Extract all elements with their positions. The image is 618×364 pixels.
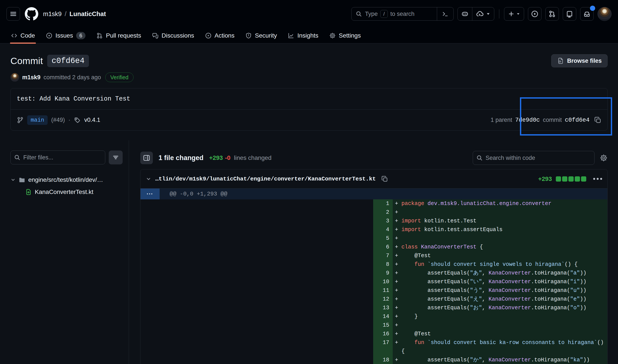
hunk-range-label: @@ -0,0 +1,293 @@ bbox=[160, 189, 227, 199]
code-token: KanaConverter bbox=[489, 286, 531, 295]
line-number[interactable]: 9 bbox=[373, 269, 393, 278]
line-number[interactable]: 18 bbox=[373, 356, 393, 364]
global-search[interactable]: Type / to search bbox=[351, 7, 453, 21]
line-number[interactable]: 11 bbox=[373, 286, 393, 295]
old-side-empty-cell bbox=[140, 234, 373, 243]
diff-file-panel: …tlin/dev/m1sk9/lunaticChat/engine/conve… bbox=[140, 169, 607, 364]
diff-marker: + bbox=[395, 330, 401, 338]
line-number[interactable]: 15 bbox=[373, 321, 393, 330]
code-token: fun bbox=[414, 260, 424, 269]
diff-line: 7+ @Test bbox=[140, 251, 607, 260]
search-within-code-input[interactable] bbox=[473, 151, 594, 165]
line-number[interactable]: 3 bbox=[373, 217, 393, 225]
hamburger-menu-button[interactable] bbox=[7, 7, 20, 21]
diff-file-path[interactable]: …tlin/dev/m1sk9/lunaticChat/engine/conve… bbox=[155, 176, 376, 182]
diff-line: 16+ @Test bbox=[140, 330, 607, 338]
diff-line: 12+ assertEquals("え", KanaConverter.toHi… bbox=[140, 295, 607, 304]
expand-hunk-button[interactable]: ••• bbox=[140, 189, 160, 199]
tree-file-row[interactable]: KanaConverterTest.kt bbox=[25, 186, 123, 198]
folder-icon bbox=[19, 177, 25, 183]
code-token: { bbox=[401, 347, 405, 356]
code-icon bbox=[11, 32, 17, 39]
branch-label[interactable]: main bbox=[27, 115, 48, 125]
code-token: KanaConverter bbox=[489, 356, 531, 364]
copy-path-icon[interactable] bbox=[381, 176, 388, 182]
line-number[interactable]: 7 bbox=[373, 251, 393, 260]
command-palette-button[interactable] bbox=[437, 7, 453, 20]
code-cell: +import kotlin.test.Test bbox=[393, 217, 607, 225]
code-token: "う" bbox=[470, 286, 482, 295]
diff-line: { bbox=[140, 347, 607, 356]
breadcrumb-repo[interactable]: LunaticChat bbox=[69, 11, 106, 18]
line-number[interactable]: 10 bbox=[373, 278, 393, 286]
breadcrumb-owner[interactable]: m1sk9 bbox=[43, 11, 62, 18]
collapse-sidebar-button[interactable] bbox=[140, 152, 153, 164]
files-changed-label: 1 file changed bbox=[159, 154, 204, 162]
diff-marker: + bbox=[395, 260, 401, 269]
diff-marker: + bbox=[395, 251, 401, 260]
github-logo-icon[interactable] bbox=[25, 7, 38, 21]
filter-files-input[interactable] bbox=[11, 151, 105, 164]
issues-header-button[interactable] bbox=[528, 7, 541, 21]
author-name[interactable]: m1sk9 bbox=[22, 74, 41, 81]
code-token: "え" bbox=[470, 295, 482, 304]
browse-files-button[interactable]: Browse files bbox=[551, 54, 607, 67]
line-number[interactable]: 5 bbox=[373, 234, 393, 243]
create-new-button[interactable] bbox=[504, 7, 524, 21]
line-number[interactable]: 12 bbox=[373, 295, 393, 304]
line-number[interactable]: 13 bbox=[373, 304, 393, 312]
copy-icon[interactable] bbox=[594, 117, 601, 124]
tag-icon bbox=[74, 117, 81, 124]
old-side-empty-cell bbox=[140, 208, 373, 217]
avatar[interactable] bbox=[598, 7, 611, 21]
code-cell: + @Test bbox=[393, 330, 607, 338]
diff-settings-gear-icon[interactable] bbox=[600, 154, 607, 162]
browse-files-label: Browse files bbox=[567, 58, 602, 64]
tab-actions[interactable]: Actions bbox=[201, 28, 239, 43]
line-number[interactable]: 16 bbox=[373, 330, 393, 338]
tab-pull-requests[interactable]: Pull requests bbox=[92, 28, 145, 43]
file-filter-button[interactable] bbox=[109, 151, 123, 164]
code-token: "e" bbox=[570, 295, 580, 304]
tab-issues[interactable]: Issues 6 bbox=[41, 28, 90, 43]
breadcrumb-separator: / bbox=[65, 11, 66, 18]
commit-sha-chip: c0fd6e4 bbox=[47, 55, 89, 67]
tab-code[interactable]: Code bbox=[7, 28, 39, 43]
saved-items-button[interactable] bbox=[563, 7, 576, 21]
kebab-menu-icon[interactable] bbox=[593, 178, 602, 180]
author-avatar[interactable] bbox=[11, 73, 19, 82]
tab-security[interactable]: Security bbox=[241, 28, 281, 43]
chevron-down-icon[interactable] bbox=[146, 176, 151, 182]
copilot-button[interactable] bbox=[458, 7, 472, 20]
line-number[interactable] bbox=[373, 347, 393, 356]
line-number[interactable]: 6 bbox=[373, 243, 393, 251]
code-token: .toHiragana( bbox=[531, 295, 570, 304]
line-number[interactable]: 17 bbox=[373, 338, 393, 347]
line-number[interactable]: 8 bbox=[373, 260, 393, 269]
code-cell: + @Test bbox=[393, 251, 607, 260]
pr-reference[interactable]: (#49) bbox=[51, 117, 65, 123]
tab-insights[interactable]: Insights bbox=[283, 28, 323, 43]
line-number[interactable]: 4 bbox=[373, 225, 393, 234]
tab-discussions[interactable]: Discussions bbox=[148, 28, 198, 43]
hunk-header-row: ••• @@ -0,0 +1,293 @@ bbox=[140, 189, 607, 199]
old-side-empty-cell bbox=[140, 225, 373, 234]
line-number[interactable]: 1 bbox=[373, 199, 393, 208]
tag-label[interactable]: v0.4.1 bbox=[84, 117, 100, 123]
file-tree-sidebar: engine/src/test/kotlin/dev/m… KanaConver… bbox=[0, 140, 129, 364]
line-number[interactable]: 2 bbox=[373, 208, 393, 217]
tab-label: Actions bbox=[215, 32, 235, 39]
code-cell: + assertEquals("あ", KanaConverter.toHira… bbox=[393, 269, 607, 278]
parent-sha[interactable]: 7de9d0c bbox=[515, 117, 540, 123]
line-number[interactable]: 14 bbox=[373, 312, 393, 321]
tree-folder-row[interactable]: engine/src/test/kotlin/dev/m… bbox=[11, 174, 123, 186]
verified-badge[interactable]: Verified bbox=[105, 73, 133, 82]
copilot-menu-button[interactable] bbox=[472, 7, 494, 20]
code-token: package bbox=[401, 199, 424, 208]
old-side-empty-cell bbox=[140, 260, 373, 269]
diff-line: 4+import kotlin.test.assertEquals bbox=[140, 225, 607, 234]
tab-settings[interactable]: Settings bbox=[325, 28, 365, 43]
pull-requests-header-button[interactable] bbox=[545, 7, 559, 21]
diff-stat-blocks bbox=[556, 176, 586, 182]
code-token bbox=[401, 338, 414, 347]
